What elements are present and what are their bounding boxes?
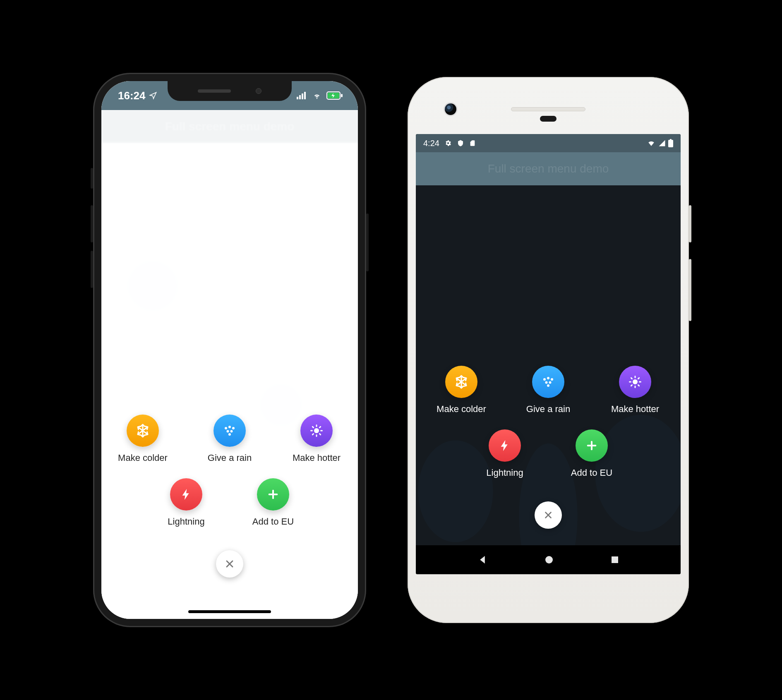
android-nav-bar [416, 545, 681, 574]
menu-row-1: Make colder Give a rain Make hotter [430, 366, 666, 415]
menu-item-lightning[interactable]: Lightning [474, 429, 536, 478]
wifi-icon [647, 139, 656, 147]
svg-rect-14 [668, 140, 673, 147]
menu-item-label: Lightning [168, 516, 204, 527]
pixel-earpiece [511, 107, 585, 111]
close-menu-button[interactable] [216, 550, 243, 578]
iphone-front-camera [256, 88, 261, 94]
rain-icon [532, 366, 564, 398]
svg-rect-15 [670, 139, 672, 140]
svg-point-11 [230, 430, 233, 433]
pixel-device-frame: 4:24 Full screen menu demo Make colder [408, 77, 689, 623]
svg-point-8 [228, 426, 231, 428]
svg-point-13 [314, 428, 319, 433]
menu-row-2: Lightning Add to EU [474, 429, 623, 478]
menu-item-label: Make colder [437, 404, 486, 415]
svg-rect-3 [304, 92, 306, 99]
svg-point-9 [232, 427, 235, 429]
pixel-screen: 4:24 Full screen menu demo Make colder [416, 134, 681, 574]
menu-item-label: Give a rain [526, 404, 570, 415]
shield-icon [457, 139, 464, 147]
menu-item-make-hotter[interactable]: Make hotter [604, 366, 666, 415]
android-fullscreen-menu-overlay[interactable]: Make colder Give a rain Make hotter Ligh… [416, 185, 681, 545]
android-app-bar: Full screen menu demo [416, 152, 681, 185]
android-status-bar: 4:24 [416, 134, 681, 152]
iphone-earpiece [198, 89, 231, 93]
menu-item-label: Make colder [118, 453, 168, 463]
svg-point-21 [547, 384, 549, 387]
rain-icon [213, 415, 246, 447]
cellular-icon [297, 92, 307, 99]
iphone-power-button [366, 213, 369, 271]
menu-item-make-colder[interactable]: Make colder [112, 415, 174, 463]
menu-item-label: Lightning [486, 467, 523, 478]
svg-point-18 [551, 378, 553, 381]
menu-item-add-to-eu[interactable]: Add to EU [561, 429, 623, 478]
settings-icon [444, 139, 452, 147]
svg-point-16 [543, 378, 546, 381]
close-icon [224, 558, 235, 570]
svg-rect-2 [302, 93, 303, 99]
menu-row-2: Lightning Add to EU [155, 478, 304, 527]
android-app-title: Full screen menu demo [488, 162, 609, 175]
close-icon [543, 510, 554, 520]
snowflake-icon [127, 415, 159, 447]
wifi-icon [312, 91, 322, 100]
iphone-volume-down [91, 251, 93, 288]
menu-item-give-a-rain[interactable]: Give a rain [199, 415, 261, 463]
svg-point-12 [228, 433, 231, 436]
nav-home-button[interactable] [544, 555, 554, 565]
menu-item-give-a-rain[interactable]: Give a rain [517, 366, 579, 415]
cellular-icon [658, 139, 666, 147]
svg-rect-6 [341, 94, 343, 97]
pixel-power-button [689, 205, 691, 242]
svg-point-10 [227, 430, 229, 433]
menu-item-lightning[interactable]: Lightning [155, 478, 217, 527]
iphone-mute-switch [91, 168, 93, 189]
svg-point-22 [633, 379, 638, 384]
iphone-volume-up [91, 205, 93, 242]
sun-icon [619, 366, 651, 398]
iphone-notch [168, 81, 292, 101]
plus-icon [576, 429, 608, 462]
menu-item-make-colder[interactable]: Make colder [430, 366, 492, 415]
menu-item-label: Make hotter [293, 453, 341, 463]
svg-point-7 [225, 427, 227, 429]
android-clock: 4:24 [423, 139, 439, 148]
location-icon [149, 91, 157, 100]
menu-item-label: Give a rain [208, 453, 252, 463]
menu-item-add-to-eu[interactable]: Add to EU [242, 478, 304, 527]
nav-back-button[interactable] [477, 554, 488, 566]
plus-icon [257, 478, 289, 511]
svg-point-20 [549, 381, 552, 384]
pixel-front-camera [445, 103, 456, 115]
iphone-screen: 16:24 Full screen menu demo Make colder [101, 81, 358, 619]
ios-fullscreen-menu-overlay[interactable]: Make colder Give a rain Make hotter Ligh… [101, 81, 358, 619]
menu-item-label: Make hotter [611, 404, 659, 415]
menu-item-label: Add to EU [252, 516, 294, 527]
iphone-device-frame: 16:24 Full screen menu demo Make colder [93, 73, 366, 627]
sd-card-icon [469, 139, 476, 147]
pixel-top-bezel [416, 84, 681, 134]
ios-home-indicator[interactable] [188, 610, 271, 613]
pixel-bottom-bezel [416, 574, 681, 616]
ios-clock: 16:24 [118, 89, 146, 102]
menu-item-make-hotter[interactable]: Make hotter [285, 415, 348, 463]
battery-icon [668, 139, 673, 147]
svg-rect-24 [612, 556, 618, 563]
svg-point-23 [545, 556, 553, 563]
battery-icon [326, 91, 343, 100]
svg-point-19 [545, 381, 548, 384]
menu-item-label: Add to EU [571, 467, 612, 478]
svg-rect-0 [297, 97, 298, 99]
pixel-volume-rocker [689, 259, 691, 321]
menu-row-1: Make colder Give a rain Make hotter [112, 415, 348, 463]
bolt-icon [489, 429, 521, 462]
pixel-sensor [540, 116, 557, 122]
bolt-icon [170, 478, 202, 511]
sun-icon [300, 415, 333, 447]
svg-rect-1 [299, 95, 301, 99]
nav-recent-button[interactable] [610, 555, 620, 565]
close-menu-button[interactable] [535, 501, 562, 529]
svg-point-17 [547, 377, 549, 379]
